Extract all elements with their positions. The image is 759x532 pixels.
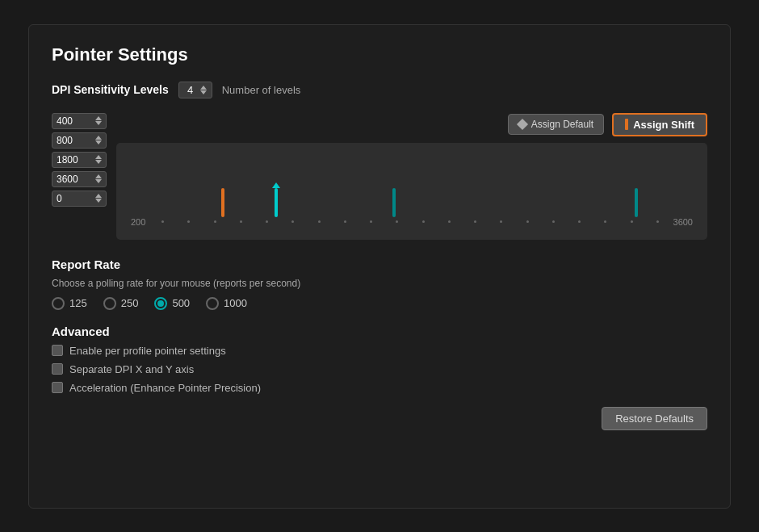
dpi-chart[interactable]: 200 (116, 143, 707, 240)
spinner-arrows (200, 86, 207, 94)
chart-dot (631, 220, 633, 223)
dpi-arrows-3 (95, 174, 102, 183)
radio-125[interactable]: 125 (52, 297, 87, 310)
diamond-icon (517, 119, 528, 130)
dpi-arrows-4 (95, 194, 102, 203)
restore-defaults-button[interactable]: Restore Defaults (602, 407, 707, 430)
assign-shift-label: Assign Shift (633, 119, 694, 131)
chart-axis-row: 200 (116, 217, 707, 227)
radio-circle-1000[interactable] (206, 297, 219, 310)
dpi-arrows-1 (95, 136, 102, 145)
dpi-up-2[interactable] (95, 155, 102, 159)
chart-dot (240, 220, 242, 223)
assign-default-button[interactable]: Assign Default (508, 114, 604, 135)
radio-inner-500 (157, 300, 164, 307)
radio-circle-125[interactable] (52, 297, 65, 310)
chart-dot (474, 220, 476, 223)
chart-label-left: 200 (131, 217, 157, 227)
chart-dot (552, 220, 555, 223)
chart-dot (318, 220, 321, 223)
assign-shift-button[interactable]: Assign Shift (612, 113, 707, 136)
chart-dot (370, 220, 372, 223)
dpi-input-1[interactable]: 800 (52, 132, 107, 149)
dpi-up-4[interactable] (95, 194, 102, 198)
num-levels-spinner[interactable]: 4 (178, 82, 212, 98)
checkbox-box-0[interactable] (52, 345, 63, 356)
chart-dots (157, 220, 664, 223)
dpi-input-value-3: 3600 (57, 174, 78, 185)
checkbox-item-2[interactable]: Acceleration (Enhance Pointer Precision) (52, 382, 707, 394)
checkbox-item-1[interactable]: Separate DPI X and Y axis (52, 363, 707, 375)
dpi-main-area: 400 800 1800 3 (52, 113, 707, 240)
report-rate-desc: Choose a polling rate for your mouse (re… (52, 278, 707, 289)
dpi-input-value-4: 0 (57, 193, 62, 204)
radio-1000[interactable]: 1000 (206, 297, 247, 310)
dpi-indicator-1-group[interactable] (272, 182, 280, 217)
advanced-title: Advanced (52, 325, 707, 338)
checkbox-label-1: Separate DPI X and Y axis (69, 363, 194, 375)
dpi-inputs-column: 400 800 1800 3 (52, 113, 107, 207)
dpi-input-2[interactable]: 1800 (52, 152, 107, 168)
radio-circle-500[interactable] (154, 297, 167, 310)
chart-dot (500, 220, 502, 223)
checkbox-box-1[interactable] (52, 363, 63, 375)
radio-label-125: 125 (69, 297, 87, 309)
dpi-indicator-3[interactable] (635, 188, 638, 217)
dpi-arrows-2 (95, 155, 102, 164)
chart-dot (604, 220, 606, 223)
chart-dot (396, 220, 398, 223)
dpi-up-1[interactable] (95, 136, 102, 140)
assign-button-row: Assign Default Assign Shift (116, 113, 707, 136)
chart-dot (266, 220, 268, 223)
dpi-input-value-2: 1800 (57, 154, 78, 165)
radio-circle-250[interactable] (103, 297, 116, 310)
chart-dot (526, 220, 529, 223)
chart-dot (422, 220, 425, 223)
dpi-indicator-0[interactable] (221, 188, 224, 217)
dpi-input-3[interactable]: 3600 (52, 171, 107, 187)
page-title: Pointer Settings (52, 44, 707, 65)
restore-defaults-row: Restore Defaults (52, 407, 707, 430)
chart-dot (578, 220, 581, 223)
radio-250[interactable]: 250 (103, 297, 139, 310)
dpi-down-1[interactable] (95, 140, 102, 145)
spinner-down-arrow[interactable] (200, 90, 207, 94)
checkbox-list: Enable per profile pointer settings Sepa… (52, 345, 707, 394)
dpi-levels-label: DPI Sensitivity Levels (52, 83, 169, 96)
radio-500[interactable]: 500 (154, 297, 190, 310)
pointer-settings-panel: Pointer Settings DPI Sensitivity Levels … (28, 24, 731, 509)
checkbox-label-2: Acceleration (Enhance Pointer Precision) (69, 382, 261, 394)
num-levels-value: 4 (184, 84, 197, 96)
assign-default-label: Assign Default (531, 119, 593, 130)
spinner-up-arrow[interactable] (200, 86, 207, 90)
chart-dot (187, 220, 190, 223)
dpi-down-3[interactable] (95, 179, 102, 183)
chart-dot (161, 220, 164, 223)
dpi-down-4[interactable] (95, 199, 102, 203)
dpi-up-0[interactable] (95, 116, 102, 120)
dpi-input-0[interactable]: 400 (52, 113, 107, 129)
dpi-input-4[interactable]: 0 (52, 191, 107, 207)
dpi-indicator-2[interactable] (392, 188, 396, 217)
checkbox-label-0: Enable per profile pointer settings (69, 345, 226, 357)
advanced-section: Advanced Enable per profile pointer sett… (52, 325, 707, 430)
dpi-input-value-0: 400 (57, 115, 73, 127)
polling-rate-group: 125 250 500 1000 (52, 297, 707, 310)
report-rate-title: Report Rate (52, 258, 707, 271)
radio-label-250: 250 (121, 297, 139, 309)
chart-dot (214, 220, 216, 223)
chart-dot (344, 220, 346, 223)
dpi-down-2[interactable] (95, 160, 102, 164)
dpi-up-3[interactable] (95, 174, 102, 178)
checkbox-item-0[interactable]: Enable per profile pointer settings (52, 345, 707, 357)
chart-dot (656, 220, 659, 223)
num-levels-text: Number of levels (222, 84, 301, 96)
dpi-right-column: Assign Default Assign Shift (116, 113, 707, 240)
radio-label-500: 500 (172, 297, 190, 309)
dpi-arrows-0 (95, 116, 102, 125)
checkbox-box-2[interactable] (52, 382, 63, 393)
chart-label-right: 3600 (664, 217, 693, 227)
dpi-levels-row: DPI Sensitivity Levels 4 Number of level… (52, 82, 707, 98)
dpi-down-0[interactable] (95, 121, 102, 125)
dpi-indicator-1-bar (275, 188, 278, 217)
